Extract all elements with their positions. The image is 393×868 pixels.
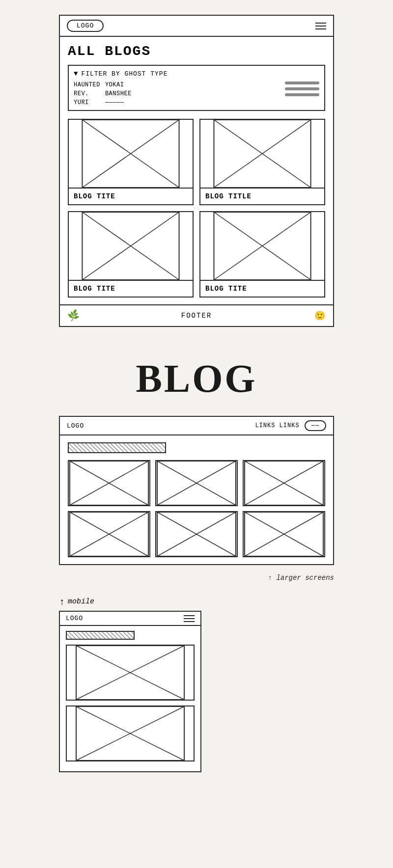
nav-button[interactable]: —— (305, 420, 326, 431)
blog-section-label: BLOG (136, 356, 257, 401)
filter-tag-bar-1 (285, 81, 319, 84)
mobile-blog-card-2-image (67, 706, 194, 760)
blog-card-1-image (69, 120, 193, 189)
blog-card-large-3-image (244, 461, 324, 505)
footer-leaf-icon: 🌿 (66, 309, 80, 323)
blog-card-large-1-image (69, 461, 149, 505)
footer-text: FOOTER (181, 312, 212, 320)
page-title: ALL BLOGS (68, 44, 325, 59)
blog-card-1[interactable]: BLOG TITE (68, 119, 194, 205)
hamburger-icon[interactable] (315, 23, 326, 29)
filter-names-col: HAUNTED REV. YURI (74, 81, 100, 106)
all-blogs-content: ALL BLOGS ▼ FILTER BY GHOST TYPE HAUNTED… (59, 37, 334, 305)
footer-icon-right: 🙂 (314, 310, 325, 321)
filter-item-2-value: BANSHEE (105, 90, 132, 97)
filter-content: HAUNTED REV. YURI YOKAI BANSHEE ————— (74, 81, 319, 106)
blog-card-4[interactable]: BLOG TITE (199, 211, 325, 298)
filter-tag-bar-3 (285, 93, 319, 96)
blog-card-2-image (200, 120, 324, 189)
navbar-blog-large: LOGO LINKS LINKS —— (59, 416, 334, 435)
blog-grid-3 (68, 460, 325, 557)
blog-large-content (59, 435, 334, 565)
search-bar-hatched[interactable] (68, 442, 166, 453)
navbar-all-blogs: LOGO (59, 15, 334, 37)
footer-bar: 🌿 FOOTER 🙂 (59, 305, 334, 327)
blog-card-4-image (200, 212, 324, 281)
blog-card-3[interactable]: BLOG TITE (68, 211, 194, 298)
blog-card-large-4[interactable] (68, 511, 150, 557)
blog-card-2[interactable]: BLOG TITLE (199, 119, 325, 205)
larger-screens-label: ↑ larger screens (59, 574, 334, 582)
mobile-content (59, 626, 201, 772)
filter-label: FILTER BY GHOST TYPE (81, 70, 168, 78)
filter-item-1-value: YOKAI (105, 81, 132, 88)
logo-pill[interactable]: LOGO (67, 20, 104, 32)
filter-tag-bar-2 (285, 87, 319, 90)
filter-item-1-name: HAUNTED (74, 81, 100, 88)
mobile-search-bar[interactable] (66, 631, 135, 640)
mobile-navbar: LOGO (59, 611, 201, 626)
section-blog-large: LOGO LINKS LINKS —— (59, 416, 334, 565)
mobile-logo: LOGO (66, 615, 83, 622)
section-mobile: ↑ mobile LOGO (59, 597, 201, 772)
blog-card-large-6[interactable] (243, 511, 325, 557)
blog-card-large-6-image (244, 512, 324, 556)
mobile-arrow-row: ↑ mobile (59, 597, 201, 608)
filter-values-col: YOKAI BANSHEE ————— (105, 81, 132, 106)
blog-card-large-5-image (156, 512, 237, 556)
nav-links: LINKS LINKS —— (255, 420, 326, 431)
section-mobile-wrapper: ↑ mobile LOGO (59, 597, 334, 782)
blog-card-large-2[interactable] (155, 460, 238, 506)
blog-card-large-1[interactable] (68, 460, 150, 506)
blog-card-large-5[interactable] (155, 511, 238, 557)
filter-icon: ▼ (74, 70, 78, 78)
blog-card-2-title: BLOG TITLE (200, 189, 324, 204)
mobile-blog-card-1-image (67, 646, 194, 700)
blog-card-large-4-image (69, 512, 149, 556)
blog-card-1-title: BLOG TITE (69, 189, 193, 204)
filter-tags (285, 81, 319, 106)
section-all-blogs: LOGO ALL BLOGS ▼ FILTER BY GHOST TYPE HA… (59, 15, 334, 327)
logo-text-large: LOGO (67, 422, 84, 430)
mobile-arrow: ↑ (59, 597, 65, 608)
mobile-blog-card-2[interactable] (66, 705, 195, 761)
mobile-label: mobile (68, 597, 94, 606)
filter-bar[interactable]: ▼ FILTER BY GHOST TYPE HAUNTED REV. YURI… (68, 65, 325, 111)
blog-card-4-title: BLOG TITE (200, 281, 324, 297)
blog-card-3-title: BLOG TITE (69, 281, 193, 297)
nav-link-text[interactable]: LINKS LINKS (255, 422, 299, 429)
filter-item-3-name: YURI (74, 99, 100, 106)
blog-card-large-2-image (156, 461, 237, 505)
blog-card-3-image (69, 212, 193, 281)
filter-item-2-name: REV. (74, 90, 100, 97)
mobile-hamburger-icon[interactable] (184, 615, 195, 622)
blog-card-large-3[interactable] (243, 460, 325, 506)
filter-header: ▼ FILTER BY GHOST TYPE (74, 70, 319, 78)
filter-item-3-value: ————— (105, 99, 132, 106)
mobile-blog-card-1[interactable] (66, 645, 195, 701)
blog-grid: BLOG TITE BLOG TITLE (68, 119, 325, 298)
